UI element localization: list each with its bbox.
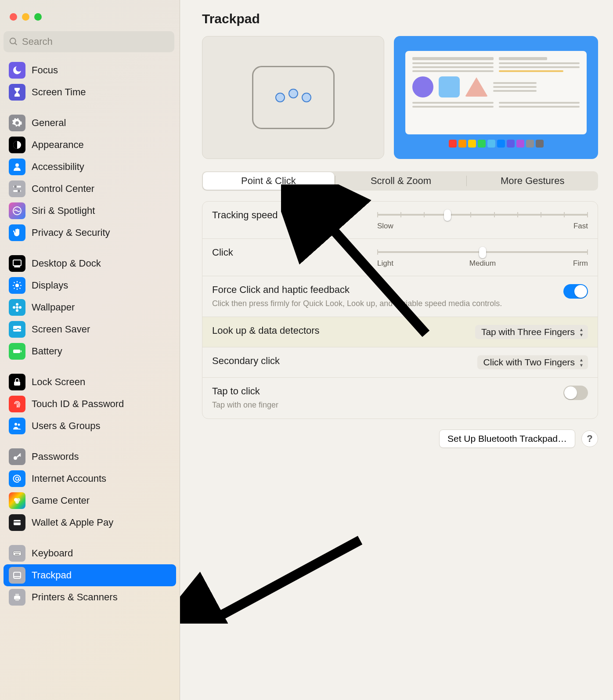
trackpad-tabs[interactable]: Point & ClickScroll & ZoomMore Gestures: [202, 171, 598, 191]
tab-point-click[interactable]: Point & Click: [203, 172, 334, 190]
sidebar-item-battery[interactable]: Battery: [4, 340, 176, 362]
preview-window: [405, 51, 587, 134]
sidebar-item-appearance[interactable]: Appearance: [4, 134, 176, 156]
sidebar-item-screen-time[interactable]: Screen Time: [4, 81, 176, 103]
tab-scroll-zoom[interactable]: Scroll & Zoom: [335, 171, 467, 191]
touch-dot-icon: [288, 89, 298, 98]
sidebar-item-lock-screen[interactable]: Lock Screen: [4, 371, 176, 393]
dropdown-secondary-click[interactable]: Click with Two Fingers: [477, 355, 588, 369]
sidebar-item-desktop-dock[interactable]: Desktop & Dock: [4, 253, 176, 274]
svg-point-11: [15, 284, 19, 287]
fingerprint-icon: [9, 396, 25, 412]
sidebar-item-label: Lock Screen: [32, 376, 85, 388]
screensaver-icon: [9, 321, 25, 338]
dock-icon: [9, 255, 25, 272]
window-controls: [4, 5, 176, 29]
users-icon: [9, 418, 25, 434]
dock-app-icon: [478, 140, 486, 148]
sidebar-item-displays[interactable]: Displays: [4, 274, 176, 296]
help-button[interactable]: ?: [581, 430, 598, 447]
sidebar-item-screen-saver[interactable]: Screen Saver: [4, 318, 176, 340]
page-title: Trackpad: [202, 11, 598, 26]
hourglass-icon: [9, 84, 25, 101]
sidebar-item-label: Wallpaper: [32, 302, 75, 313]
sidebar-item-users-groups[interactable]: Users & Groups: [4, 415, 176, 437]
sidebar-item-label: Screen Saver: [32, 324, 90, 335]
touch-dot-icon: [275, 93, 285, 102]
svg-point-31: [14, 456, 17, 460]
label-tap-to-click: Tap to click: [212, 386, 550, 397]
svg-point-7: [18, 190, 20, 192]
search-field[interactable]: [4, 31, 174, 52]
svg-rect-39: [14, 552, 15, 553]
slider-knob[interactable]: [479, 247, 486, 258]
dropdown-look-up[interactable]: Tap with Three Fingers: [475, 325, 588, 339]
sample-triangle-icon: [465, 77, 488, 97]
moon-icon: [9, 62, 25, 79]
person-icon: [9, 159, 25, 175]
minimize-window-button[interactable]: [22, 13, 29, 21]
close-window-button[interactable]: [10, 13, 17, 21]
gear-icon: [9, 115, 25, 131]
svg-line-1: [15, 43, 17, 45]
printer-icon: [9, 589, 25, 606]
tab-more-gestures[interactable]: More Gestures: [467, 171, 598, 191]
sidebar-item-privacy-security[interactable]: Privacy & Security: [4, 222, 176, 244]
slider-tracking-speed[interactable]: Slow Fast: [377, 209, 588, 231]
search-input[interactable]: [22, 36, 169, 47]
sidebar-item-label: Focus: [32, 65, 58, 76]
svg-point-6: [14, 185, 17, 188]
svg-line-19: [20, 282, 21, 283]
svg-rect-43: [19, 552, 20, 553]
fullscreen-window-button[interactable]: [34, 13, 42, 21]
sidebar-item-label: Trackpad: [32, 570, 72, 581]
sidebar-item-label: Battery: [32, 346, 62, 357]
sample-circle-icon: [412, 76, 433, 97]
sub-tap-to-click: Tap with one finger: [212, 400, 550, 410]
slider-knob[interactable]: [444, 209, 451, 221]
sidebar-item-focus[interactable]: Focus: [4, 59, 176, 81]
toggle-force-click[interactable]: [563, 284, 588, 299]
row-force-click: Force Click and haptic feedback Click th…: [202, 276, 598, 317]
sidebar-item-passwords[interactable]: Passwords: [4, 446, 176, 468]
key-icon: [9, 448, 25, 465]
svg-point-35: [15, 500, 19, 504]
sidebar-item-keyboard[interactable]: Keyboard: [4, 542, 176, 564]
row-secondary-click: Secondary click Click with Two Fingers: [202, 347, 598, 377]
trackpad-outline-icon: [252, 66, 335, 129]
battery-icon: [9, 343, 25, 360]
sidebar-item-general[interactable]: General: [4, 112, 176, 134]
sidebar-item-wallpaper[interactable]: Wallpaper: [4, 296, 176, 318]
sidebar-item-wallet-apple-pay[interactable]: Wallet & Apple Pay: [4, 512, 176, 534]
sidebar-item-printers-scanners[interactable]: Printers & Scanners: [4, 586, 176, 608]
wallet-icon: [9, 514, 25, 531]
sidebar-item-accessibility[interactable]: Accessibility: [4, 156, 176, 178]
svg-rect-38: [13, 551, 21, 556]
sidebar-item-label: Users & Groups: [32, 420, 101, 432]
setup-bluetooth-trackpad-button[interactable]: Set Up Bluetooth Trackpad…: [439, 429, 575, 448]
sidebar-list: FocusScreen TimeGeneralAppearanceAccessi…: [4, 58, 176, 610]
toggle-tap-to-click[interactable]: [563, 386, 588, 400]
sidebar-item-trackpad[interactable]: Trackpad: [4, 564, 176, 586]
sidebar-item-siri-spotlight[interactable]: Siri & Spotlight: [4, 200, 176, 222]
sidebar-item-label: Displays: [32, 280, 68, 291]
dock-app-icon: [507, 140, 515, 148]
dock-app-icon: [458, 140, 466, 148]
label-tracking-speed: Tracking speed: [212, 209, 364, 221]
sidebar-item-label: Appearance: [32, 139, 84, 151]
svg-rect-48: [15, 594, 19, 596]
contrast-icon: [9, 137, 25, 153]
sidebar-item-control-center[interactable]: Control Center: [4, 178, 176, 200]
flower-icon: [9, 299, 25, 316]
sidebar-item-label: Internet Accounts: [32, 473, 106, 484]
sample-square-icon: [439, 76, 460, 97]
sidebar-item-label: Screen Time: [32, 87, 86, 98]
row-tracking-speed: Tracking speed Slow Fast: [202, 202, 598, 238]
slider-click[interactable]: Light Medium Firm: [377, 247, 588, 268]
sidebar-item-touch-id-password[interactable]: Touch ID & Password: [4, 393, 176, 415]
sidebar-item-internet-accounts[interactable]: Internet Accounts: [4, 468, 176, 490]
at-icon: [9, 470, 25, 487]
sidebar-item-game-center[interactable]: Game Center: [4, 490, 176, 512]
hand-icon: [9, 224, 25, 241]
svg-point-20: [16, 306, 18, 309]
